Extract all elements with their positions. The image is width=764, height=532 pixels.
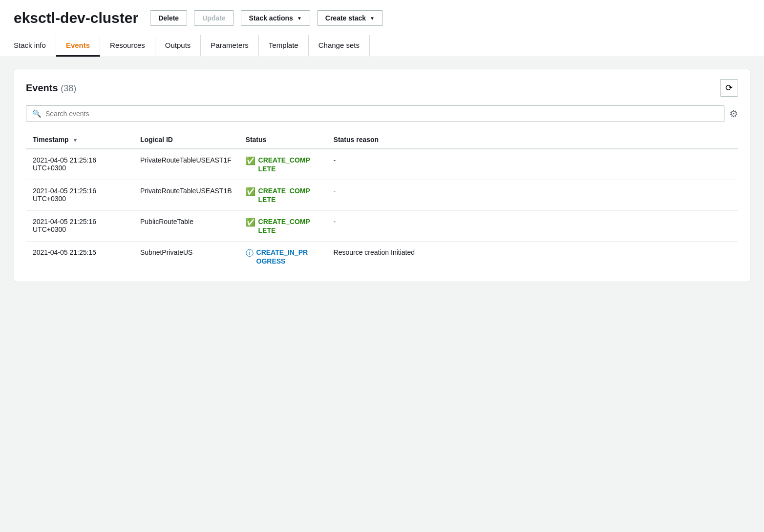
logical-id-cell: PrivateRouteTableUSEAST1B: [133, 180, 239, 211]
status-reason-cell: Resource creation Initiated: [327, 242, 738, 272]
status-text: CREATE_COMP LETE: [258, 187, 310, 204]
status-info-icon: ⓘ: [246, 248, 254, 259]
status-reason-cell: -: [327, 211, 738, 242]
status-complete-icon: ✅: [246, 156, 255, 165]
timestamp-cell: 2021-04-05 21:25:16 UTC+0300: [26, 149, 133, 180]
search-icon: 🔍: [32, 109, 42, 118]
refresh-button[interactable]: ⟳: [720, 79, 738, 97]
events-panel-title: Events (38): [26, 82, 76, 94]
search-bar: 🔍 ⚙: [26, 105, 738, 122]
delete-button[interactable]: Delete: [150, 10, 187, 26]
main-content: Events (38) ⟳ 🔍 ⚙ Timestamp ▼: [0, 57, 764, 294]
logical-id-cell: PrivateRouteTableUSEAST1F: [133, 149, 239, 180]
tab-parameters[interactable]: Parameters: [201, 35, 259, 57]
status-reason-cell: -: [327, 180, 738, 211]
tab-template[interactable]: Template: [259, 35, 309, 57]
status-text: CREATE_COMP LETE: [258, 156, 310, 173]
table-row: 2021-04-05 21:25:15 SubnetPrivateUS ⓘ CR…: [26, 242, 738, 272]
timestamp-cell: 2021-04-05 21:25:16 UTC+0300: [26, 211, 133, 242]
tab-stack-info[interactable]: Stack info: [14, 35, 56, 57]
status-complete-icon: ✅: [246, 187, 255, 196]
refresh-icon: ⟳: [725, 82, 733, 93]
status-cell: ⓘ CREATE_IN_PR OGRESS: [239, 242, 327, 272]
table-row: 2021-04-05 21:25:16 UTC+0300 PrivateRout…: [26, 149, 738, 180]
col-header-status-reason: Status reason: [327, 131, 738, 149]
stack-actions-button[interactable]: Stack actions ▼: [241, 10, 310, 26]
events-count: (38): [61, 83, 76, 93]
events-panel: Events (38) ⟳ 🔍 ⚙ Timestamp ▼: [14, 69, 750, 282]
table-header-row: Timestamp ▼ Logical ID Status Status rea…: [26, 131, 738, 149]
search-input-wrap[interactable]: 🔍: [26, 105, 724, 122]
create-stack-button[interactable]: Create stack ▼: [317, 10, 383, 26]
timestamp-cell: 2021-04-05 21:25:16 UTC+0300: [26, 180, 133, 211]
events-table: Timestamp ▼ Logical ID Status Status rea…: [26, 131, 738, 272]
col-header-status[interactable]: Status: [239, 131, 327, 149]
page-title: eksctl-dev-cluster: [14, 10, 138, 26]
tab-events[interactable]: Events: [56, 35, 100, 57]
sort-icon: ▼: [73, 137, 78, 143]
status-reason-cell: -: [327, 149, 738, 180]
status-complete-icon: ✅: [246, 218, 255, 227]
col-header-timestamp[interactable]: Timestamp ▼: [26, 131, 133, 149]
tab-outputs[interactable]: Outputs: [155, 35, 201, 57]
logical-id-cell: SubnetPrivateUS: [133, 242, 239, 272]
status-cell: ✅ CREATE_COMP LETE: [239, 211, 327, 242]
create-stack-caret-icon: ▼: [370, 16, 375, 21]
settings-icon[interactable]: ⚙: [729, 108, 738, 120]
update-button[interactable]: Update: [194, 10, 233, 26]
status-cell: ✅ CREATE_COMP LETE: [239, 149, 327, 180]
tab-change-sets[interactable]: Change sets: [309, 35, 370, 57]
header-top: eksctl-dev-cluster Delete Update Stack a…: [14, 10, 750, 35]
stack-actions-caret-icon: ▼: [297, 16, 302, 21]
col-header-logical-id[interactable]: Logical ID: [133, 131, 239, 149]
status-text: CREATE_COMP LETE: [258, 218, 310, 234]
search-input[interactable]: [45, 110, 718, 118]
logical-id-cell: PublicRouteTable: [133, 211, 239, 242]
status-cell: ✅ CREATE_COMP LETE: [239, 180, 327, 211]
table-row: 2021-04-05 21:25:16 UTC+0300 PrivateRout…: [26, 180, 738, 211]
panel-header: Events (38) ⟳: [26, 79, 738, 97]
tab-nav: Stack info Events Resources Outputs Para…: [14, 35, 750, 57]
page-header: eksctl-dev-cluster Delete Update Stack a…: [0, 0, 764, 57]
table-row: 2021-04-05 21:25:16 UTC+0300 PublicRoute…: [26, 211, 738, 242]
timestamp-cell: 2021-04-05 21:25:15: [26, 242, 133, 272]
status-text: CREATE_IN_PR OGRESS: [256, 248, 308, 265]
tab-resources[interactable]: Resources: [100, 35, 155, 57]
